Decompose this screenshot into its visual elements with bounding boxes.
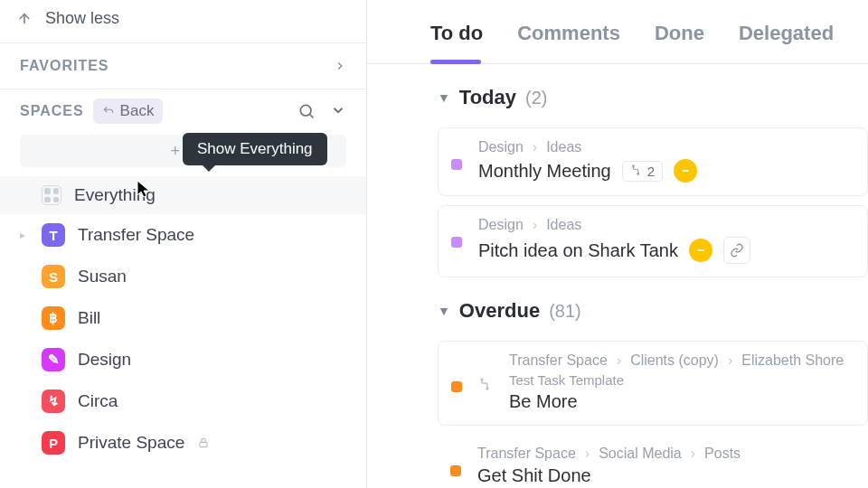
space-label: Susan [78,267,127,286]
sidebar-item-private-space[interactable]: P Private Space [0,422,366,464]
sidebar-item-design[interactable]: ✎ Design [0,339,366,380]
svg-rect-1 [200,442,207,446]
space-badge: ฿ [42,306,65,330]
lock-icon [197,436,210,449]
caret-down-icon: ▼ [438,90,450,105]
spaces-header: SPACES Back [0,89,366,135]
crumb[interactable]: Design [478,139,524,155]
breadcrumb: Transfer Space › Social Media › Posts [477,446,855,462]
status-square[interactable] [451,381,462,392]
tooltip: Show Everything [183,133,327,165]
crumb-sep-icon: › [728,352,732,369]
svg-rect-5 [697,249,703,251]
group-count: (81) [549,301,581,322]
space-badge: P [42,431,65,455]
main-panel: To do Comments Done Delegated ▼ Today (2… [367,0,868,488]
task-card[interactable]: Transfer Space › Clients (copy) › Elizab… [438,341,868,426]
sidebar-item-everything[interactable]: Everything [0,176,366,214]
show-less-row[interactable]: Show less [0,0,366,42]
task-card[interactable]: Design › Ideas Pitch idea on Shark Tank [438,205,868,277]
task-subtitle: Test Task Template [509,372,624,388]
tab-done[interactable]: Done [655,22,704,63]
everything-icon [42,185,61,205]
chevron-right-icon [334,60,346,72]
tooltip-text: Show Everything [197,140,313,157]
caret-icon: ▸ [20,229,29,241]
space-label: Private Space [78,433,184,453]
plus-icon: + [171,142,181,161]
priority-badge[interactable] [674,159,697,183]
crumb[interactable]: Transfer Space [477,446,576,462]
arrow-up-icon [16,11,33,27]
crumb[interactable]: Elizabeth Shore [741,352,844,369]
space-badge: ✎ [42,348,65,371]
crumb[interactable]: Transfer Space [509,352,608,369]
back-label: Back [120,102,155,120]
crumb[interactable]: Ideas [546,139,581,155]
crumb[interactable]: Clients (copy) [630,352,719,369]
task-title: Pitch idea on Shark Tank [478,240,678,261]
priority-badge[interactable] [689,239,712,262]
subtask-icon [630,164,643,177]
task-card[interactable]: Design › Ideas Monthly Meeting 2 [438,127,868,196]
group-header-today[interactable]: ▼ Today (2) [367,64,868,118]
tab-delegated[interactable]: Delegated [739,22,834,63]
space-label: Everything [74,185,156,205]
task-title: Monthly Meeting [478,161,611,182]
sidebar-item-circa[interactable]: ↯ Circa [0,380,366,422]
crumb[interactable]: Posts [704,446,741,462]
subtask-tree-icon [478,378,493,412]
back-button[interactable]: Back [93,99,164,124]
breadcrumb: Design › Ideas [478,217,854,233]
task-card[interactable]: Transfer Space › Social Media › Posts Ge… [438,435,868,488]
crumb[interactable]: Social Media [599,446,682,462]
task-title: Get Shit Done [477,465,591,486]
crumb-sep-icon: › [533,139,537,155]
sidebar-item-transfer-space[interactable]: ▸ T Transfer Space [0,214,366,256]
task-title: Be More [509,391,578,412]
sidebar-item-bill[interactable]: ฿ Bill [0,297,366,339]
space-label: Transfer Space [78,225,194,245]
svg-rect-4 [683,170,689,172]
space-badge: T [42,223,65,247]
crumb[interactable]: Ideas [546,217,581,233]
status-square[interactable] [451,159,462,170]
tab-comments[interactable]: Comments [517,22,620,63]
back-arrow-icon [102,105,115,117]
status-square[interactable] [451,237,462,248]
breadcrumb: Design › Ideas [478,139,854,155]
tabs: To do Comments Done Delegated [367,0,868,64]
crumb[interactable]: Design [478,217,524,233]
tab-todo[interactable]: To do [430,22,483,63]
group-count: (2) [525,88,547,108]
group-title: Overdue [459,299,540,323]
status-square[interactable] [450,465,461,476]
space-label: Design [78,350,131,370]
search-icon[interactable] [297,102,316,120]
group-header-overdue[interactable]: ▼ Overdue (81) [367,277,868,332]
add-space-button[interactable]: + A Show Everything [20,135,346,167]
subtask-count-pill[interactable]: 2 [622,161,663,182]
crumb-sep-icon: › [617,352,621,369]
space-label: Bill [78,308,100,328]
space-label: Circa [78,391,118,411]
space-badge: S [42,265,65,288]
space-badge: ↯ [42,389,65,413]
caret-down-icon: ▼ [438,304,450,318]
show-less-label: Show less [45,9,119,28]
sidebar-item-susan[interactable]: S Susan [0,256,366,297]
crumb-sep-icon: › [533,217,537,233]
crumb-sep-icon: › [585,446,590,462]
favorites-label: FAVORITES [20,58,109,74]
chevron-down-icon[interactable] [330,102,346,120]
crumb-sep-icon: › [691,446,695,462]
group-title: Today [459,86,516,109]
link-button[interactable] [723,237,750,264]
favorites-header[interactable]: FAVORITES [0,43,366,89]
svg-point-0 [300,105,311,116]
breadcrumb: Transfer Space › Clients (copy) › Elizab… [509,352,854,369]
sidebar: Show less FAVORITES SPACES Back + A Show… [0,0,367,488]
spaces-label: SPACES [20,103,84,119]
